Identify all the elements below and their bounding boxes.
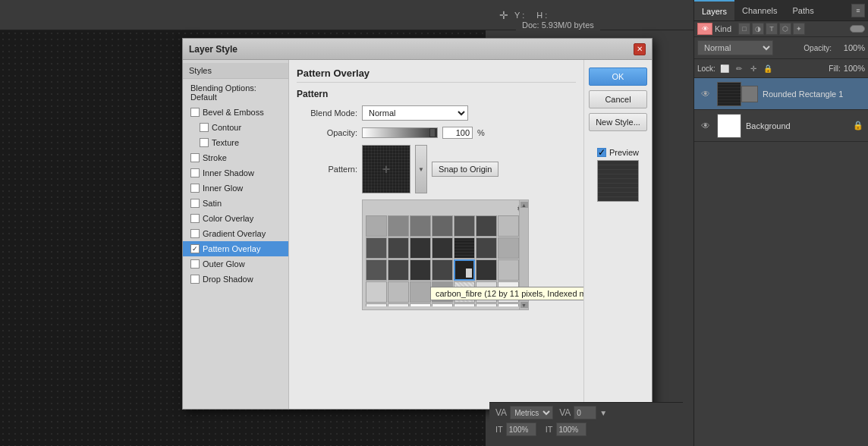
- font-size-input[interactable]: [506, 422, 536, 436]
- inner-shadow-checkbox[interactable]: [190, 168, 200, 177]
- pattern-cell-selected[interactable]: [454, 259, 475, 281]
- panel-menu-btn[interactable]: ≡: [851, 4, 865, 17]
- pattern-dropdown-btn[interactable]: ▼: [415, 145, 427, 193]
- pattern-cell[interactable]: [432, 215, 453, 237]
- style-item-drop-shadow[interactable]: Drop Shadow: [183, 272, 288, 287]
- pattern-cell[interactable]: [366, 237, 387, 259]
- pattern-cell[interactable]: [454, 303, 475, 306]
- picker-scrollbar[interactable]: ▲ ▼: [519, 200, 528, 309]
- pattern-cell[interactable]: [498, 303, 519, 306]
- style-item-stroke[interactable]: Stroke: [183, 150, 288, 165]
- opacity-input[interactable]: [442, 127, 473, 139]
- pattern-cell[interactable]: [476, 303, 497, 306]
- style-item-texture[interactable]: Texture: [183, 135, 288, 150]
- style-item-contour[interactable]: Contour: [183, 120, 288, 135]
- lock-transparent-icon[interactable]: ⬜: [719, 62, 731, 74]
- pattern-cell[interactable]: [432, 237, 453, 259]
- bevel-checkbox[interactable]: [190, 108, 200, 117]
- style-item-outer-glow[interactable]: Outer Glow: [183, 256, 288, 272]
- pattern-cell[interactable]: [366, 259, 387, 281]
- blend-mode-dropdown[interactable]: Normal: [697, 40, 773, 55]
- blend-mode-select[interactable]: Normal Dissolve Multiply Screen Overlay: [362, 105, 468, 121]
- pattern-cell[interactable]: [366, 281, 387, 303]
- line-height-input[interactable]: [556, 422, 587, 436]
- pattern-cell[interactable]: [388, 237, 409, 259]
- pattern-overlay-checkbox[interactable]: ✓: [190, 244, 200, 253]
- tab-layers[interactable]: Layers: [694, 0, 734, 20]
- pattern-cell[interactable]: [498, 281, 519, 303]
- style-item-satin[interactable]: Satin: [183, 196, 288, 211]
- lock-all-icon[interactable]: 🔒: [762, 62, 774, 74]
- pattern-cell[interactable]: [388, 259, 409, 281]
- style-item-color-overlay[interactable]: Color Overlay: [183, 211, 288, 226]
- inner-glow-label: Inner Glow: [203, 184, 243, 193]
- lock-move-icon[interactable]: ✛: [747, 62, 760, 74]
- new-style-button[interactable]: New Style...: [589, 113, 647, 131]
- pattern-cell[interactable]: [388, 303, 409, 306]
- filter-eye-icon[interactable]: 👁: [697, 23, 712, 35]
- contour-checkbox[interactable]: [200, 123, 209, 132]
- pattern-cell[interactable]: [432, 303, 453, 306]
- pattern-cell[interactable]: [476, 281, 497, 303]
- lock-paint-icon[interactable]: ✏: [733, 62, 745, 74]
- pattern-cell[interactable]: [454, 237, 475, 259]
- color-overlay-checkbox[interactable]: [190, 214, 200, 223]
- pattern-cell[interactable]: [410, 215, 431, 237]
- pattern-cell[interactable]: [476, 215, 497, 237]
- filter-pixel-icon[interactable]: □: [738, 23, 750, 35]
- filter-smart-icon[interactable]: ✦: [793, 23, 805, 35]
- pattern-cell[interactable]: [388, 215, 409, 237]
- pattern-cell[interactable]: [410, 237, 431, 259]
- pattern-preview[interactable]: +: [362, 145, 410, 193]
- style-item-gradient-overlay[interactable]: Gradient Overlay: [183, 226, 288, 241]
- font-select[interactable]: Metrics: [510, 406, 553, 419]
- pattern-cell[interactable]: [410, 303, 431, 306]
- pattern-cell[interactable]: [454, 281, 475, 303]
- kerning-input[interactable]: [574, 406, 596, 419]
- cancel-button[interactable]: Cancel: [589, 90, 647, 108]
- style-item-bevel[interactable]: Bevel & Emboss: [183, 105, 288, 120]
- drop-shadow-checkbox[interactable]: [190, 275, 200, 284]
- pattern-cell[interactable]: [366, 303, 387, 306]
- layer-item-background[interactable]: 👁 Background 🔒: [694, 110, 868, 142]
- texture-checkbox[interactable]: [200, 138, 209, 147]
- inner-glow-checkbox[interactable]: [190, 184, 200, 193]
- layer-eye-1[interactable]: 👁: [699, 87, 712, 101]
- pattern-cell[interactable]: [366, 215, 387, 237]
- tab-channels[interactable]: Channels: [734, 0, 785, 20]
- pattern-cell[interactable]: [410, 281, 431, 303]
- scroll-up-btn[interactable]: ▲: [520, 202, 528, 208]
- gradient-overlay-checkbox[interactable]: [190, 229, 200, 238]
- preview-checkbox[interactable]: ✓: [597, 148, 606, 157]
- opacity-slider[interactable]: [362, 127, 438, 138]
- style-item-blending[interactable]: Blending Options: Default: [183, 80, 288, 105]
- stroke-checkbox[interactable]: [190, 153, 200, 162]
- style-item-inner-glow[interactable]: Inner Glow: [183, 181, 288, 196]
- pattern-cell[interactable]: [432, 281, 453, 303]
- scroll-down-btn[interactable]: ▼: [520, 302, 528, 308]
- layer-item-rounded-rect[interactable]: 👁 Rounded Rectangle 1: [694, 78, 868, 110]
- pattern-cell[interactable]: [454, 215, 475, 237]
- layer-eye-2[interactable]: 👁: [699, 119, 712, 133]
- pattern-cell[interactable]: [476, 259, 497, 281]
- filter-shape-icon[interactable]: ⬡: [779, 23, 791, 35]
- pattern-cell[interactable]: [432, 259, 453, 281]
- ok-button[interactable]: OK: [589, 68, 647, 86]
- satin-checkbox[interactable]: [190, 199, 200, 208]
- style-item-inner-shadow[interactable]: Inner Shadow: [183, 165, 288, 181]
- layer-style-dialog: Layer Style ✕ Styles Blending Options: D…: [182, 38, 653, 410]
- pattern-cell[interactable]: [498, 237, 519, 259]
- dialog-close-button[interactable]: ✕: [634, 43, 646, 55]
- tab-paths[interactable]: Paths: [785, 0, 822, 20]
- snap-to-origin-button[interactable]: Snap to Origin: [432, 162, 498, 177]
- pattern-cell[interactable]: [388, 281, 409, 303]
- pattern-cell[interactable]: [410, 259, 431, 281]
- filter-adj-icon[interactable]: ◑: [752, 23, 764, 35]
- pattern-cell[interactable]: [498, 259, 519, 281]
- outer-glow-checkbox[interactable]: [190, 259, 200, 269]
- style-item-pattern-overlay[interactable]: ✓ Pattern Overlay: [183, 241, 288, 256]
- filter-type-icon[interactable]: T: [766, 23, 778, 35]
- pattern-cell[interactable]: [498, 215, 519, 237]
- pattern-cell[interactable]: [476, 237, 497, 259]
- filter-toggle[interactable]: [850, 25, 865, 33]
